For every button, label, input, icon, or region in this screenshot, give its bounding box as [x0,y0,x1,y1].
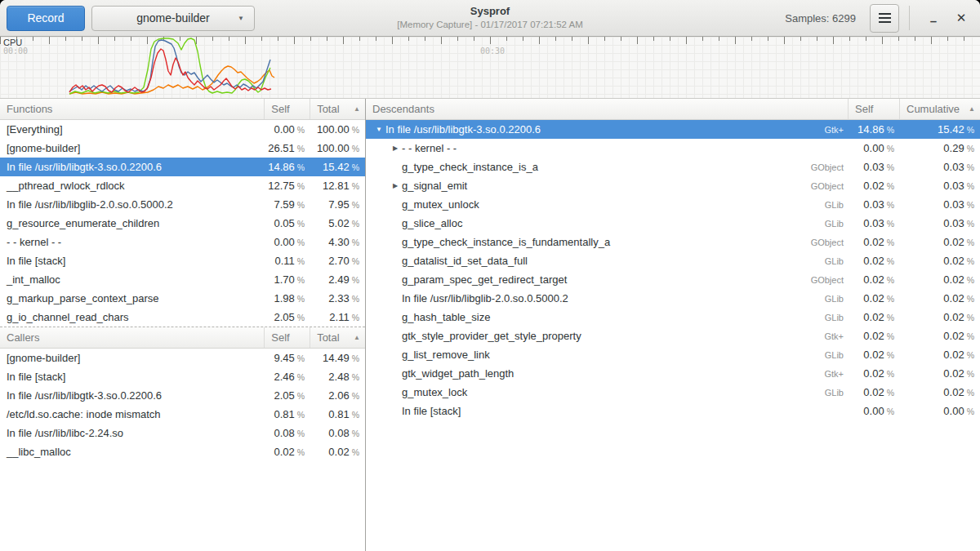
tree-indent [372,317,389,318]
table-row[interactable]: ▼In file /usr/lib/libgtk-3.so.0.2200.6Gt… [366,120,980,139]
expander-closed-icon[interactable]: ▶ [389,144,402,152]
close-button[interactable]: ✕ [947,4,975,32]
column-header-self[interactable]: Self [849,99,900,119]
column-header-self[interactable]: Self [265,99,310,119]
app-title: Sysprof [397,4,583,19]
column-header-functions[interactable]: Functions [0,99,265,119]
column-header-descendants[interactable]: Descendants [366,99,849,119]
self-value: 0.02 [863,367,884,380]
category-label: GLib [825,350,849,360]
row-label: [Everything] [7,123,63,136]
table-row[interactable]: g_type_check_instance_is_fundamentally_a… [366,233,980,251]
row-label: g_mutex_unlock [402,198,479,211]
callers-header: Callers Self Total ▲ [0,327,365,349]
self-value-cell: 2.46% [265,367,310,386]
self-value: 1.70 [274,273,294,286]
table-row[interactable]: [gnome-builder]9.45%14.49% [0,349,365,367]
table-row[interactable]: gtk_widget_path_lengthGtk+0.02%0.02% [366,364,980,383]
table-row[interactable]: [Everything]0.00%100.00% [0,120,365,139]
total-value-cell: 0.02% [900,383,980,402]
table-row[interactable]: g_io_channel_read_chars2.05%2.11% [0,308,365,327]
sort-ascending-icon: ▲ [349,334,360,341]
table-row[interactable]: In file [stack]0.11%2.70% [0,251,365,270]
category-label: GLib [825,313,849,322]
total-value-cell: 15.42% [900,120,980,139]
table-row[interactable]: In file /usr/lib/libc-2.24.so0.08%0.08% [0,424,365,442]
table-row[interactable]: gtk_style_provider_get_style_propertyGtk… [366,327,980,345]
table-row[interactable]: ▶g_signal_emitGObject0.02%0.03% [366,176,980,195]
percent-suffix: % [352,181,359,191]
row-label: In file /usr/lib/libglib-2.0.so.0.5000.2 [402,292,568,304]
table-row[interactable]: _int_malloc1.70%2.49% [0,270,365,289]
self-value-cell: 0.00% [849,139,900,158]
cpu-graph[interactable]: CPU 00:0000:30 [0,37,980,99]
self-value-cell: 12.75% [265,176,310,195]
total-value: 0.02 [943,311,964,323]
self-value: 0.02 [863,292,884,304]
table-row[interactable]: In file [stack]0.00%0.00% [366,402,980,420]
functions-rows: [Everything]0.00%100.00%[gnome-builder]2… [0,120,365,327]
row-name-cell: g_type_check_instance_is_aGObject [366,158,849,176]
table-row[interactable]: g_hash_table_sizeGLib0.02%0.02% [366,308,980,327]
total-value: 2.11 [329,311,349,323]
percent-suffix: % [967,275,974,285]
table-row[interactable]: __pthread_rwlock_rdlock12.75%12.81% [0,176,365,195]
record-button[interactable]: Record [7,6,85,31]
table-row[interactable]: g_markup_parse_context_parse1.98%2.33% [0,289,365,308]
table-row[interactable]: g_slice_allocGLib0.03%0.03% [366,214,980,233]
percent-suffix: % [352,410,359,420]
self-value-cell: 0.02% [849,270,900,289]
table-row[interactable]: In file [stack]2.46%2.48% [0,367,365,386]
row-name-cell: /etc/ld.so.cache: inode mismatch [0,405,265,424]
self-value-cell: 0.81% [265,405,310,424]
table-row[interactable]: In file /usr/lib/libgtk-3.so.0.2200.62.0… [0,386,365,405]
table-row[interactable]: g_datalist_id_set_data_fullGLib0.02%0.02… [366,251,980,270]
column-header-total[interactable]: Total ▲ [310,99,365,119]
app-menu-button[interactable] [870,4,899,33]
row-name-cell: gtk_widget_path_lengthGtk+ [366,364,849,383]
table-row[interactable]: In file /usr/lib/libglib-2.0.so.0.5000.2… [0,195,365,214]
row-label: [gnome-builder] [7,142,80,154]
column-header-total[interactable]: Total ▲ [310,327,365,348]
percent-suffix: % [887,331,894,341]
column-header-cumulative[interactable]: Cumulative ▲ [900,99,980,119]
category-label: GLib [825,219,849,229]
table-row[interactable]: g_mutex_lockGLib0.02%0.02% [366,383,980,402]
expander-open-icon[interactable]: ▼ [372,126,385,133]
table-row[interactable]: g_resource_enumerate_children0.05%5.02% [0,214,365,233]
table-row[interactable]: In file /usr/lib/libgtk-3.so.0.2200.614.… [0,158,365,176]
table-row[interactable]: - - kernel - -0.00%4.30% [0,233,365,251]
tree-indent [372,167,389,167]
row-label: [gnome-builder] [7,352,80,364]
column-header-callers[interactable]: Callers [0,327,265,348]
total-value-cell: 0.02% [900,364,980,383]
sort-ascending-icon: ▲ [349,105,360,113]
time-label: 00:00 [3,47,28,56]
header-bar: Record gnome-builder ▼ Sysprof [Memory C… [0,0,980,37]
column-header-self[interactable]: Self [265,327,310,348]
main-content: Functions Self Total ▲ [Everything]0.00%… [0,99,980,551]
self-value: 9.45 [274,352,294,364]
table-row[interactable]: /etc/ld.so.cache: inode mismatch0.81%0.8… [0,405,365,424]
table-row[interactable]: In file /usr/lib/libglib-2.0.so.0.5000.2… [366,289,980,308]
minimize-button[interactable]: – [920,4,947,32]
row-label: __libc_malloc [7,446,71,458]
callers-rows: [gnome-builder]9.45%14.49%In file [stack… [0,349,365,461]
table-row[interactable]: [gnome-builder]26.51%100.00% [0,139,365,158]
table-row[interactable]: g_type_check_instance_is_aGObject0.03%0.… [366,158,980,176]
process-selector-dropdown[interactable]: gnome-builder ▼ [91,6,255,31]
table-row[interactable]: g_mutex_unlockGLib0.03%0.03% [366,195,980,214]
total-value-cell: 0.08% [310,424,365,442]
row-label: In file [stack] [7,255,65,267]
percent-suffix: % [887,313,894,322]
total-value: 0.08 [328,427,349,439]
table-row[interactable]: __libc_malloc0.02%0.02% [0,442,365,461]
row-name-cell: gtk_style_provider_get_style_propertyGtk… [366,327,849,345]
table-row[interactable]: g_list_remove_linkGLib0.02%0.02% [366,345,980,364]
expander-closed-icon[interactable]: ▶ [389,182,402,189]
row-name-cell: g_markup_parse_context_parse [0,289,265,308]
table-row[interactable]: ▶- - kernel - -0.00%0.29% [366,139,980,158]
total-value-cell: 15.42% [310,158,365,176]
category-label: GLib [825,388,849,398]
table-row[interactable]: g_param_spec_get_redirect_targetGObject0… [366,270,980,289]
